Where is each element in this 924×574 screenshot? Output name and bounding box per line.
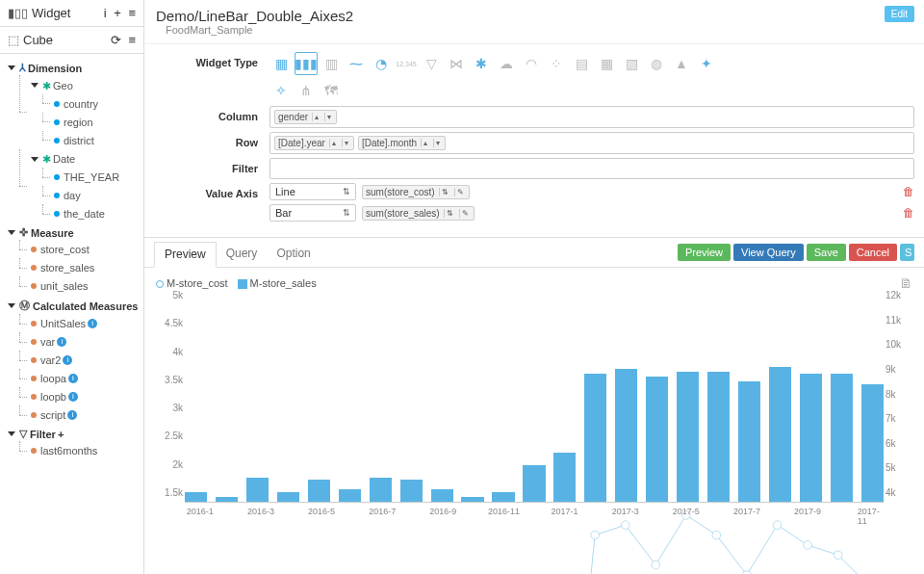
header: Demo/LineBar_Double_Aixes2 FoodMart_Samp…	[144, 0, 924, 44]
info-icon[interactable]: i	[104, 6, 107, 20]
tree-icon[interactable]: ⋔	[295, 79, 318, 102]
calendar-icon[interactable]: ▦	[595, 52, 618, 75]
bar-chart-icon[interactable]: ▮▮▮	[295, 52, 318, 75]
tree-item[interactable]: UnitSalesi	[13, 314, 140, 332]
tree-item[interactable]: vari	[13, 332, 140, 351]
tree-item[interactable]: unit_sales	[13, 276, 140, 295]
cube-icon: ⬚	[8, 33, 19, 47]
tree-item[interactable]: region	[37, 113, 140, 131]
number-icon[interactable]: 12,345	[395, 52, 418, 75]
geo-node[interactable]: Geo	[53, 77, 73, 94]
tree-item[interactable]: THE_YEAR	[37, 168, 140, 186]
page-subtitle: FoodMart_Sample	[162, 24, 912, 36]
svg-point-13	[591, 531, 600, 539]
combo-icon[interactable]: ✦	[695, 52, 718, 75]
chip-gender[interactable]: gender▴▾	[274, 110, 337, 124]
edit-button[interactable]: Edit	[885, 6, 914, 22]
line-chart-icon[interactable]: ⁓	[345, 52, 368, 75]
chip-date-year[interactable]: [Date].year▴▾	[274, 136, 354, 150]
tree-item[interactable]: loopbi	[13, 387, 140, 405]
view-query-button[interactable]: View Query	[733, 244, 804, 261]
delete-axis-icon[interactable]: 🗑	[903, 185, 914, 198]
value-axis-label: Value Axis	[154, 183, 270, 199]
sankey-icon[interactable]: ⋈	[445, 52, 468, 75]
tree-item[interactable]: store_cost	[13, 240, 140, 258]
preview-button[interactable]: Preview	[678, 244, 731, 261]
chip-sum-store-cost[interactable]: sum(store_cost)⇅✎	[362, 185, 470, 199]
menu-icon[interactable]: ≡	[128, 33, 136, 47]
cloud-icon[interactable]: ☁	[495, 52, 518, 75]
calc-title: Calculated Measures	[33, 300, 138, 312]
column-field[interactable]: gender▴▾	[270, 106, 914, 128]
svg-point-15	[652, 561, 660, 569]
widget-icon: ▮▯▯	[8, 6, 28, 20]
svg-point-19	[773, 521, 782, 530]
table-icon[interactable]: ▦	[270, 52, 293, 75]
cancel-button[interactable]: Cancel	[849, 244, 897, 261]
widget-type-selector: ▦ ▮▮▮ ▥ ⁓ ◔ 12,345 ▽ ⋈ ✱ ☁ ◠ ⁘ ▤ ▦	[270, 52, 914, 75]
scatter-icon[interactable]: ⁘	[545, 52, 568, 75]
chip-sum-store-sales[interactable]: sum(store_sales)⇅✎	[362, 206, 475, 221]
tree-item[interactable]: the_date	[37, 204, 140, 222]
widget-panel-title: Widget	[32, 6, 100, 20]
stacked-bar-icon[interactable]: ▥	[320, 52, 343, 75]
row-label: Row	[154, 132, 270, 148]
sidebar: ▮▯▯ Widget i + ≡ ⬚ Cube ⟳ ≡ ⅄Dimen	[0, 0, 144, 574]
axis-type-select-bar[interactable]: Bar⇅	[270, 204, 356, 222]
s-button[interactable]: S	[900, 244, 914, 261]
filter-label: Filter	[154, 158, 270, 174]
svg-point-14	[621, 521, 629, 530]
tree-item[interactable]: var2i	[13, 351, 140, 369]
svg-point-20	[804, 541, 812, 550]
axis-type-select-line[interactable]: Line⇅	[270, 183, 356, 200]
page-title: Demo/LineBar_Double_Aixes2	[156, 8, 912, 24]
bubble-icon[interactable]: ✧	[270, 79, 293, 102]
row-field[interactable]: [Date].year▴▾ [Date].month▴▾	[270, 132, 914, 154]
svg-point-21	[834, 551, 842, 560]
add-filter-icon[interactable]: +	[58, 429, 64, 440]
tab-query[interactable]: Query	[217, 242, 268, 267]
measure-title: Measure	[31, 227, 74, 239]
tree-item[interactable]: last6months	[13, 441, 140, 459]
grid-icon[interactable]: ▤	[570, 52, 593, 75]
save-button[interactable]: Save	[807, 244, 846, 261]
image-icon[interactable]: ▧	[620, 52, 643, 75]
map-icon[interactable]: 🗺	[320, 79, 343, 102]
funnel-icon[interactable]: ▽	[420, 52, 443, 75]
cube-panel-title: Cube	[23, 33, 107, 47]
tree-item[interactable]: country	[37, 94, 140, 113]
refresh-icon[interactable]: ⟳	[111, 33, 121, 47]
dimension-title: Dimension	[28, 63, 82, 74]
chart-plot: 1.5k2k2.5k3k3.5k4k4.5k5k 4k5k6k7k8k9k10k…	[185, 300, 884, 522]
tree: ⅄Dimension ✱Geo country region district …	[0, 54, 143, 471]
filter-title: Filter	[30, 429, 56, 440]
tree-item[interactable]: loopai	[13, 369, 140, 387]
widget-type-label: Widget Type	[154, 52, 270, 68]
svg-point-17	[712, 531, 721, 539]
delete-axis-icon[interactable]: 🗑	[903, 206, 914, 220]
tab-preview[interactable]: Preview	[154, 242, 217, 268]
pie-chart-icon[interactable]: ◔	[370, 52, 393, 75]
column-label: Column	[154, 106, 270, 122]
add-icon[interactable]: +	[114, 6, 121, 20]
tree-item[interactable]: store_sales	[13, 258, 140, 276]
tree-item[interactable]: day	[37, 186, 140, 204]
menu-icon[interactable]: ≡	[128, 6, 136, 20]
tree-item[interactable]: scripti	[13, 405, 140, 424]
area-icon[interactable]: ▲	[670, 52, 693, 75]
radar-icon[interactable]: ✱	[470, 52, 493, 75]
chart-legend: M-store_cost M-store_sales 🗎	[156, 275, 912, 291]
date-node[interactable]: Date	[53, 150, 75, 168]
filter-field[interactable]	[270, 158, 914, 179]
gauge-icon[interactable]: ◠	[520, 52, 543, 75]
chip-date-month[interactable]: [Date].month▴▾	[358, 136, 446, 150]
globe-icon[interactable]: ◍	[645, 52, 668, 75]
tree-item[interactable]: district	[37, 131, 140, 149]
tab-option[interactable]: Option	[267, 242, 320, 267]
